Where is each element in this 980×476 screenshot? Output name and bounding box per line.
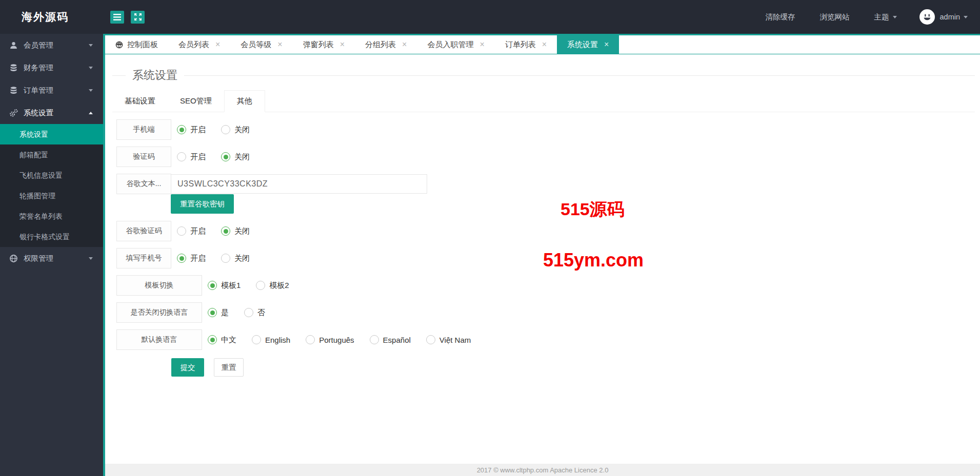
radio-option[interactable]: 关闭 — [221, 254, 250, 263]
sidebar: 海外源码 会员管理财务管理订单管理系统设置系统设置邮箱配置飞机信息设置轮播图管理… — [0, 0, 103, 476]
username: admin — [940, 13, 961, 21]
sidebar-submenu: 系统设置邮箱配置飞机信息设置轮播图管理荣誉名单列表银行卡格式设置 — [0, 124, 103, 247]
radio-option-label: Việt Nam — [439, 336, 471, 344]
close-icon[interactable]: × — [402, 40, 407, 49]
chevron-down-icon — [89, 89, 93, 92]
user-menu[interactable]: admin — [940, 13, 968, 21]
open-tab[interactable]: 弹窗列表× — [293, 35, 355, 54]
form-row: 手机端开启关闭 — [116, 119, 980, 140]
field-label: 谷歌验证码 — [116, 221, 171, 241]
fullscreen-button[interactable] — [131, 11, 145, 24]
open-tab[interactable]: 会员入职管理× — [417, 35, 494, 54]
browse-site-link[interactable]: 浏览网站 — [820, 12, 850, 22]
radio-option[interactable]: 开启 — [177, 152, 206, 162]
sidebar-item[interactable]: 权限管理 — [0, 247, 103, 270]
open-tab[interactable]: 系统设置× — [557, 35, 619, 54]
radio-unchecked-icon — [221, 125, 230, 134]
close-icon[interactable]: × — [215, 40, 220, 49]
theme-label: 主题 — [874, 12, 889, 22]
section-legend: 系统设置 — [112, 68, 975, 83]
form-row: 验证码开启关闭 — [116, 147, 980, 167]
radio-option-label: English — [265, 336, 290, 344]
radio-unchecked-icon — [306, 335, 315, 344]
open-tabs-bar: 控制面板会员列表×会员等级×弹窗列表×分组列表×会员入职管理×订单列表×系统设置… — [105, 34, 980, 54]
field-label: 默认换语言 — [116, 329, 202, 350]
radio-option[interactable]: Việt Nam — [426, 335, 471, 344]
radio-option[interactable]: 是 — [208, 308, 229, 318]
fullscreen-icon — [134, 13, 142, 20]
open-tab[interactable]: 会员列表× — [168, 35, 230, 54]
radio-option[interactable]: 关闭 — [221, 125, 250, 135]
sidebar-subitem[interactable]: 荣誉名单列表 — [0, 206, 103, 226]
form-actions: 提交 重置 — [171, 358, 980, 377]
radio-option[interactable]: 否 — [244, 308, 265, 318]
radio-option[interactable]: Español — [370, 335, 411, 344]
tab-label: 弹窗列表 — [303, 40, 334, 50]
close-icon[interactable]: × — [479, 40, 484, 49]
sidebar-subitem[interactable]: 系统设置 — [0, 124, 103, 144]
radio-option[interactable]: Português — [306, 335, 354, 344]
settings-tab[interactable]: 其他 — [224, 90, 265, 112]
watermark-url: 515ym.com — [543, 250, 644, 271]
sidebar-item[interactable]: 会员管理 — [0, 34, 103, 56]
radio-option[interactable]: 关闭 — [221, 152, 250, 162]
field-label: 是否关闭切换语言 — [116, 302, 202, 323]
submit-button[interactable]: 提交 — [171, 358, 204, 377]
radio-option[interactable]: 关闭 — [221, 226, 250, 236]
clear-cache-link[interactable]: 清除缓存 — [766, 12, 795, 22]
radio-option[interactable]: 模板2 — [256, 281, 289, 291]
settings-tab[interactable]: 基础设置 — [112, 90, 168, 112]
radio-checked-icon — [221, 152, 230, 161]
page-content: 系统设置 基础设置SEO管理其他 手机端开启关闭验证码开启关闭谷歌文本...重置… — [105, 54, 980, 464]
close-icon[interactable]: × — [340, 40, 345, 49]
collapse-menu-button[interactable] — [110, 11, 124, 24]
reset-button[interactable]: 重置 — [214, 358, 244, 377]
tab-label: 会员列表 — [178, 40, 209, 50]
radio-option-label: 关闭 — [234, 152, 250, 162]
open-tab[interactable]: 订单列表× — [495, 35, 557, 54]
close-icon[interactable]: × — [542, 40, 547, 49]
settings-tab[interactable]: SEO管理 — [168, 90, 224, 112]
field-label: 填写手机号 — [116, 248, 171, 268]
field-label: 验证码 — [116, 147, 171, 167]
radio-option[interactable]: 开启 — [177, 226, 206, 236]
theme-menu[interactable]: 主题 — [874, 12, 897, 22]
database-icon — [9, 86, 18, 95]
radio-option[interactable]: 开启 — [177, 254, 206, 263]
close-icon[interactable]: × — [277, 40, 282, 49]
sidebar-subitem[interactable]: 轮播图管理 — [0, 185, 103, 206]
footer-text: 2017 © www.cltphp.com Apache Licence 2.0 — [477, 466, 609, 474]
user-icon — [9, 41, 18, 50]
footer: 2017 © www.cltphp.com Apache Licence 2.0 — [105, 464, 980, 476]
open-tab[interactable]: 控制面板 — [105, 35, 168, 54]
google-secret-input[interactable] — [171, 174, 427, 194]
avatar[interactable] — [919, 9, 935, 25]
sidebar-item[interactable]: 订单管理 — [0, 79, 103, 101]
open-tab[interactable]: 分组列表× — [355, 35, 417, 54]
close-icon[interactable]: × — [604, 40, 609, 49]
main-area: 清除缓存 浏览网站 主题 admin — [103, 0, 980, 476]
radio-unchecked-icon — [252, 335, 261, 344]
sidebar-subitem[interactable]: 飞机信息设置 — [0, 165, 103, 185]
page-title: 系统设置 — [126, 68, 184, 83]
chevron-down-icon — [893, 16, 897, 18]
sidebar-subitem[interactable]: 银行卡格式设置 — [0, 226, 103, 247]
radio-option[interactable]: 开启 — [177, 125, 206, 135]
radio-option[interactable]: 模板1 — [208, 281, 241, 291]
radio-checked-icon — [208, 335, 217, 344]
gear-icon — [9, 109, 18, 117]
radio-unchecked-icon — [221, 254, 230, 263]
radio-option[interactable]: 中文 — [208, 335, 236, 345]
sidebar-subitem[interactable]: 邮箱配置 — [0, 144, 103, 165]
sidebar-item-label: 系统设置 — [24, 108, 53, 118]
sidebar-item-label: 权限管理 — [24, 254, 53, 263]
sidebar-item[interactable]: 财务管理 — [0, 56, 103, 79]
form-row: 是否关闭切换语言是否 — [116, 302, 980, 323]
reset-google-key-button[interactable]: 重置谷歌密钥 — [171, 194, 234, 214]
form-rows: 手机端开启关闭验证码开启关闭谷歌文本...重置谷歌密钥谷歌验证码开启关闭填写手机… — [116, 119, 980, 350]
radio-group: 开启关闭 — [177, 254, 265, 263]
tab-label: 订单列表 — [505, 40, 536, 50]
open-tab[interactable]: 会员等级× — [230, 35, 292, 54]
sidebar-item[interactable]: 系统设置 — [0, 101, 103, 124]
radio-option[interactable]: English — [252, 335, 290, 344]
